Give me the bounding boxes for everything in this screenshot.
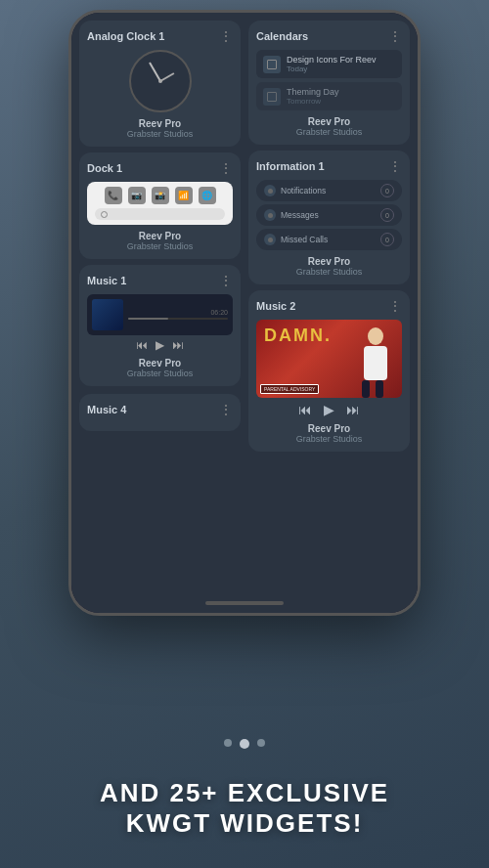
information1-footer-sub: Grabster Studios bbox=[256, 267, 402, 277]
dock-icon-phone: 📞 bbox=[105, 187, 122, 204]
music1-time: 06:20 bbox=[128, 309, 228, 316]
music1-progress-bar bbox=[128, 318, 228, 320]
left-column: Analog Clock 1 ⋮ Reev Pro Grabster Studi… bbox=[71, 13, 244, 613]
music4-widget: Music 4 ⋮ bbox=[79, 394, 241, 431]
music1-footer: Reev Pro Grabster Studios bbox=[87, 358, 233, 378]
pagination-dot-1[interactable] bbox=[224, 739, 232, 747]
music4-menu-icon[interactable]: ⋮ bbox=[219, 402, 233, 417]
music4-title: Music 4 bbox=[87, 404, 126, 415]
info-dot-messages-inner bbox=[268, 213, 273, 218]
headline-line2: KWGT WIDGETS! bbox=[100, 808, 389, 839]
headline-line1: AND 25+ EXCLUSIVE bbox=[100, 778, 389, 808]
dock-footer-sub: Grabster Studios bbox=[87, 241, 233, 251]
music2-footer: Reev Pro Grabster Studios bbox=[256, 423, 402, 444]
info-count-missed-calls: 0 bbox=[380, 233, 394, 246]
information1-footer-title: Reev Pro bbox=[256, 256, 402, 267]
svg-point-0 bbox=[368, 327, 383, 345]
calendar-event-sub-2: Tomorrow bbox=[287, 97, 339, 106]
calendar-event-title-1: Design Icons For Reev bbox=[287, 55, 377, 65]
clock-center-dot bbox=[158, 79, 162, 83]
svg-rect-1 bbox=[364, 346, 387, 380]
calendars-title: Calendars bbox=[256, 30, 308, 42]
dock-footer-title: Reev Pro bbox=[87, 231, 233, 241]
dock-icon-camera: 📷 bbox=[128, 187, 146, 204]
music1-controls: ⏮ ▶ ⏭ bbox=[87, 338, 233, 352]
dock-menu-icon[interactable]: ⋮ bbox=[219, 160, 233, 176]
calendars-footer-sub: Grabster Studios bbox=[256, 127, 402, 137]
music2-footer-title: Reev Pro bbox=[256, 423, 402, 434]
dock-widget: Dock 1 ⋮ 📞 📷 📸 📶 🌐 bbox=[79, 152, 241, 259]
dock-title: Dock 1 bbox=[87, 162, 122, 174]
information1-menu-icon[interactable]: ⋮ bbox=[388, 158, 402, 174]
bottom-section: AND 25+ EXCLUSIVE KWGT WIDGETS! bbox=[0, 614, 489, 868]
music2-footer-sub: Grabster Studios bbox=[256, 434, 402, 444]
dock-icon-wifi: 📶 bbox=[175, 187, 193, 204]
analog-clock-widget: Analog Clock 1 ⋮ Reev Pro Grabster Studi… bbox=[79, 21, 241, 147]
info-label-messages: Messages bbox=[281, 210, 319, 220]
pagination-dot-3[interactable] bbox=[257, 739, 265, 747]
dock-footer: Reev Pro Grabster Studios bbox=[87, 231, 233, 251]
music2-controls: ⏮ ▶ ⏭ bbox=[256, 402, 402, 417]
calendar-event-sub-1: Today bbox=[287, 65, 377, 73]
analog-clock-footer-sub: Grabster Studios bbox=[87, 129, 233, 139]
clock-face bbox=[129, 50, 192, 112]
music1-menu-icon[interactable]: ⋮ bbox=[219, 273, 233, 288]
info-label-missed-calls: Missed Calls bbox=[281, 235, 328, 244]
calendars-menu-icon[interactable]: ⋮ bbox=[388, 28, 402, 44]
analog-clock-title: Analog Clock 1 bbox=[87, 30, 164, 42]
info-dot-notifications bbox=[264, 185, 276, 196]
music2-advisory: PARENTAL ADVISORY bbox=[260, 384, 319, 394]
music1-info: 06:20 bbox=[128, 309, 228, 322]
information1-widget: Information 1 ⋮ Notifications 0 bbox=[248, 151, 410, 284]
music1-skip-prev-icon[interactable]: ⏮ bbox=[136, 338, 148, 352]
calendars-widget: Calendars ⋮ Design Icons For Reev Today bbox=[248, 21, 410, 145]
bottom-text: AND 25+ EXCLUSIVE KWGT WIDGETS! bbox=[70, 778, 419, 839]
music2-skip-prev-icon[interactable]: ⏮ bbox=[298, 402, 312, 417]
dock-preview: 📞 📷 📸 📶 🌐 bbox=[87, 182, 233, 225]
info-count-notifications: 0 bbox=[380, 184, 394, 197]
calendars-footer: Reev Pro Grabster Studios bbox=[256, 116, 402, 137]
phone-frame: Analog Clock 1 ⋮ Reev Pro Grabster Studi… bbox=[68, 10, 421, 616]
info-item-missed-calls-left: Missed Calls bbox=[264, 234, 328, 245]
calendar-text-1: Design Icons For Reev Today bbox=[287, 55, 377, 73]
calendar-item-2: Theming Day Tomorrow bbox=[256, 82, 402, 110]
dock-icon-browser: 🌐 bbox=[199, 187, 216, 204]
information1-title: Information 1 bbox=[256, 160, 325, 172]
svg-rect-3 bbox=[376, 380, 383, 398]
analog-clock-footer: Reev Pro Grabster Studios bbox=[87, 118, 233, 139]
info-item-missed-calls: Missed Calls 0 bbox=[256, 229, 402, 250]
music2-menu-icon[interactable]: ⋮ bbox=[388, 298, 402, 314]
info-dot-missed-calls bbox=[264, 234, 276, 245]
phone-mockup: Analog Clock 1 ⋮ Reev Pro Grabster Studi… bbox=[68, 10, 421, 616]
info-dot-notifications-inner bbox=[268, 189, 273, 194]
calendar-text-2: Theming Day Tomorrow bbox=[287, 87, 339, 106]
music1-widget: Music 1 ⋮ 06:20 bbox=[79, 265, 241, 386]
info-label-notifications: Notifications bbox=[281, 186, 326, 195]
music2-title: Music 2 bbox=[256, 300, 295, 312]
calendar-icon-inner-1 bbox=[267, 60, 277, 69]
right-column: Calendars ⋮ Design Icons For Reev Today bbox=[244, 13, 418, 613]
info-item-notifications-left: Notifications bbox=[264, 185, 326, 196]
info-dot-messages bbox=[264, 209, 276, 221]
analog-clock-menu-icon[interactable]: ⋮ bbox=[219, 28, 233, 44]
analog-clock-footer-title: Reev Pro bbox=[87, 118, 233, 129]
info-dot-missed-calls-inner bbox=[268, 238, 273, 242]
calendar-icon-inner-2 bbox=[267, 92, 277, 102]
music1-progress-fill bbox=[128, 318, 168, 320]
pagination-dot-2[interactable] bbox=[240, 739, 249, 749]
music1-footer-title: Reev Pro bbox=[87, 358, 233, 369]
music2-play-icon[interactable]: ▶ bbox=[324, 402, 334, 417]
music2-album-text: DAMN. bbox=[264, 326, 332, 346]
music1-play-icon[interactable]: ▶ bbox=[156, 338, 164, 352]
phone-screen: Analog Clock 1 ⋮ Reev Pro Grabster Studi… bbox=[71, 13, 418, 613]
music2-skip-next-icon[interactable]: ⏭ bbox=[346, 402, 360, 417]
music1-title: Music 1 bbox=[87, 275, 126, 286]
music1-footer-sub: Grabster Studios bbox=[87, 369, 233, 378]
info-item-messages-left: Messages bbox=[264, 209, 319, 221]
info-item-notifications: Notifications 0 bbox=[256, 180, 402, 201]
calendar-icon-2 bbox=[263, 88, 281, 106]
music1-skip-next-icon[interactable]: ⏭ bbox=[172, 338, 184, 352]
calendar-item-1: Design Icons For Reev Today bbox=[256, 50, 402, 78]
information1-footer: Reev Pro Grabster Studios bbox=[256, 256, 402, 277]
music2-figure-svg bbox=[348, 325, 397, 398]
